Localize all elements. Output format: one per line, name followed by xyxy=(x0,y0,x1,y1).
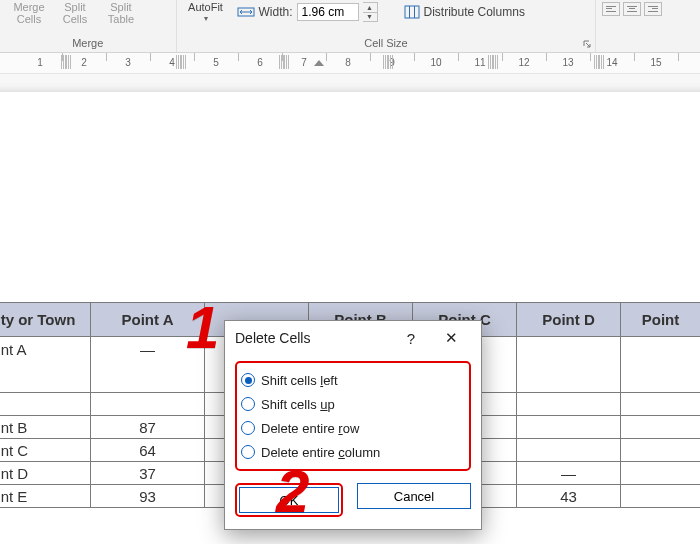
ruler-number: 11 xyxy=(474,57,485,68)
table-cell[interactable]: Point C xyxy=(0,439,91,462)
ruler-number: 1 xyxy=(37,57,43,68)
option-delete-entire-row[interactable]: Delete entire row xyxy=(241,416,465,440)
width-row: Width: ▲ ▼ Distribute Columns xyxy=(237,1,529,23)
merge-cells-button[interactable]: Merge Cells xyxy=(6,0,52,25)
option-label: Shift cells up xyxy=(261,397,335,412)
align-top-center-button[interactable] xyxy=(623,2,641,16)
option-label: Delete entire row xyxy=(261,421,359,436)
ruler-number: 4 xyxy=(169,57,175,68)
width-label: Width: xyxy=(259,5,293,19)
radio-icon xyxy=(241,445,255,459)
autofit-label: AutoFit xyxy=(188,1,223,13)
horizontal-ruler[interactable]: 123456789101112131415 xyxy=(0,53,700,74)
merge-cells-label: Merge Cells xyxy=(13,1,44,25)
table-cell[interactable]: — xyxy=(517,462,621,485)
cellsize-dialog-launcher[interactable] xyxy=(581,38,593,50)
ruler-column-marker[interactable] xyxy=(594,55,604,69)
table-cell[interactable] xyxy=(621,439,701,462)
split-cells-label: Split Cells xyxy=(63,1,87,25)
table-cell[interactable] xyxy=(517,416,621,439)
ruler-number: 3 xyxy=(125,57,131,68)
table-cell[interactable] xyxy=(517,439,621,462)
chevron-down-icon: ▾ xyxy=(204,13,208,25)
cancel-button[interactable]: Cancel xyxy=(357,483,471,509)
split-cells-button[interactable]: Split Cells xyxy=(52,0,98,25)
table-cell[interactable] xyxy=(621,393,701,416)
table-header-cell[interactable]: Point D xyxy=(517,303,621,337)
ribbon: Merge Cells Split Cells Split Table Merg… xyxy=(0,0,700,53)
ruler-number: 2 xyxy=(81,57,87,68)
table-cell[interactable]: Point B xyxy=(0,416,91,439)
dialog-help-button[interactable]: ? xyxy=(391,323,431,353)
align-top-right-button[interactable] xyxy=(644,2,662,16)
alignment-buttons xyxy=(602,0,662,16)
cellsize-group-label: Cell Size xyxy=(177,36,596,52)
table-cell[interactable] xyxy=(621,485,701,508)
table-cell[interactable]: Point D xyxy=(0,462,91,485)
split-table-label: Split Table xyxy=(108,1,134,25)
close-icon: ✕ xyxy=(445,329,458,347)
ruler-column-marker[interactable] xyxy=(176,55,186,69)
option-delete-entire-column[interactable]: Delete entire column xyxy=(241,440,465,464)
dialog-launcher-icon xyxy=(582,39,592,49)
autofit-button[interactable]: AutoFit ▾ xyxy=(183,0,229,25)
option-shift-cells-up[interactable]: Shift cells up xyxy=(241,392,465,416)
table-cell[interactable]: Point A xyxy=(0,337,91,393)
ruler-number: 5 xyxy=(213,57,219,68)
table-width-icon xyxy=(237,5,255,19)
distribute-columns-label: Distribute Columns xyxy=(424,5,525,19)
radio-icon xyxy=(241,421,255,435)
table-header-cell[interactable]: Point xyxy=(621,303,701,337)
ruler-number: 12 xyxy=(518,57,529,68)
ruler-column-marker[interactable] xyxy=(61,55,71,69)
dialog-close-button[interactable]: ✕ xyxy=(431,323,471,353)
radio-icon xyxy=(241,397,255,411)
document-area: City or Town Point A Point B Point C Poi… xyxy=(0,74,700,544)
help-icon: ? xyxy=(407,330,415,347)
table-cell[interactable] xyxy=(517,337,621,393)
option-shift-cells-left[interactable]: Shift cells left xyxy=(241,368,465,392)
table-cell[interactable]: 43 xyxy=(517,485,621,508)
table-cell[interactable]: 93 xyxy=(91,485,205,508)
ruler-number: 14 xyxy=(606,57,617,68)
spinner-down-icon[interactable]: ▼ xyxy=(363,13,377,22)
merge-group-label: Merge xyxy=(0,36,176,52)
table-cell[interactable]: 37 xyxy=(91,462,205,485)
distribute-columns-button[interactable]: Distribute Columns xyxy=(400,4,529,20)
table-cell[interactable] xyxy=(91,393,205,416)
width-spinner[interactable]: ▲ ▼ xyxy=(363,2,378,22)
table-cell[interactable] xyxy=(0,393,91,416)
ribbon-group-cellsize: AutoFit ▾ Width: ▲ ▼ xyxy=(177,0,597,52)
ruler-number: 7 xyxy=(301,57,307,68)
annotation-number-1: 1 xyxy=(186,298,219,358)
table-header-cell[interactable]: City or Town xyxy=(0,303,91,337)
spinner-up-icon[interactable]: ▲ xyxy=(363,3,377,13)
dialog-title: Delete Cells xyxy=(235,330,310,346)
radio-icon xyxy=(241,373,255,387)
dialog-titlebar[interactable]: Delete Cells ? ✕ xyxy=(225,321,481,355)
ruler-number: 13 xyxy=(562,57,573,68)
table-cell[interactable] xyxy=(621,416,701,439)
width-input[interactable] xyxy=(297,3,359,21)
ruler-column-marker[interactable] xyxy=(383,55,393,69)
table-cell[interactable]: Point E xyxy=(0,485,91,508)
ruler-column-marker[interactable] xyxy=(279,55,289,69)
ruler-number: 6 xyxy=(257,57,263,68)
table-cell[interactable] xyxy=(517,393,621,416)
ruler-column-marker[interactable] xyxy=(488,55,498,69)
table-cell[interactable] xyxy=(621,337,701,393)
svg-rect-1 xyxy=(405,6,419,18)
table-cell[interactable] xyxy=(621,462,701,485)
align-top-left-button[interactable] xyxy=(602,2,620,16)
option-label: Shift cells left xyxy=(261,373,338,388)
ruler-number: 8 xyxy=(345,57,351,68)
ruler-number: 10 xyxy=(430,57,441,68)
ribbon-group-merge: Merge Cells Split Cells Split Table Merg… xyxy=(0,0,177,52)
ruler-number: 15 xyxy=(650,57,661,68)
ribbon-group-alignment xyxy=(596,0,700,52)
split-table-button[interactable]: Split Table xyxy=(98,0,144,25)
table-cell[interactable]: 87 xyxy=(91,416,205,439)
ruler-indent-marker[interactable] xyxy=(314,60,324,66)
table-cell[interactable]: 64 xyxy=(91,439,205,462)
delete-cells-dialog: Delete Cells ? ✕ Shift cells left Shift … xyxy=(224,320,482,530)
